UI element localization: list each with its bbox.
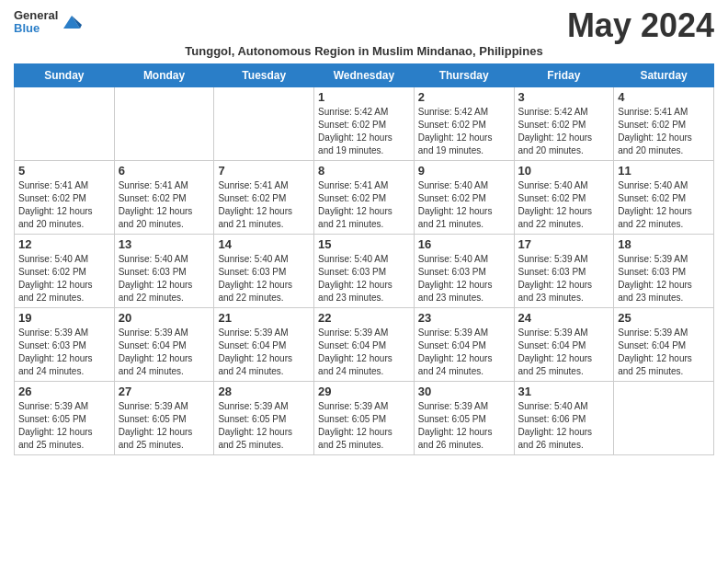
logo-icon — [62, 12, 82, 32]
logo-text-blue: Blue — [14, 22, 58, 35]
day-info: Sunrise: 5:39 AMSunset: 6:05 PMDaylight:… — [119, 400, 210, 452]
calendar-cell: 1Sunrise: 5:42 AMSunset: 6:02 PMDaylight… — [314, 87, 415, 161]
day-info: Sunrise: 5:40 AMSunset: 6:03 PMDaylight:… — [119, 253, 210, 304]
day-info: Sunrise: 5:42 AMSunset: 6:02 PMDaylight:… — [318, 106, 410, 157]
day-info: Sunrise: 5:40 AMSunset: 6:02 PMDaylight:… — [418, 179, 510, 231]
calendar-cell: 25Sunrise: 5:39 AMSunset: 6:04 PMDayligh… — [614, 308, 714, 382]
day-number: 5 — [18, 164, 110, 178]
day-info: Sunrise: 5:40 AMSunset: 6:03 PMDaylight:… — [218, 253, 310, 304]
calendar-cell: 8Sunrise: 5:41 AMSunset: 6:02 PMDaylight… — [314, 161, 415, 235]
day-number: 8 — [318, 164, 410, 178]
calendar-cell — [114, 87, 214, 161]
calendar-cell: 24Sunrise: 5:39 AMSunset: 6:04 PMDayligh… — [514, 308, 614, 382]
week-row-4: 19Sunrise: 5:39 AMSunset: 6:03 PMDayligh… — [15, 308, 714, 382]
day-number: 3 — [518, 90, 610, 104]
calendar-cell: 27Sunrise: 5:39 AMSunset: 6:05 PMDayligh… — [114, 382, 214, 455]
day-number: 22 — [318, 311, 410, 325]
calendar-cell: 2Sunrise: 5:42 AMSunset: 6:02 PMDaylight… — [414, 87, 514, 161]
day-info: Sunrise: 5:40 AMSunset: 6:02 PMDaylight:… — [618, 179, 710, 231]
column-header-sunday: Sunday — [15, 64, 115, 87]
day-number: 11 — [618, 164, 710, 178]
calendar-cell: 3Sunrise: 5:42 AMSunset: 6:02 PMDaylight… — [514, 87, 614, 161]
column-header-saturday: Saturday — [614, 64, 714, 87]
day-info: Sunrise: 5:41 AMSunset: 6:02 PMDaylight:… — [218, 179, 310, 231]
day-number: 12 — [18, 237, 110, 251]
day-number: 26 — [18, 385, 110, 398]
calendar-cell — [214, 87, 314, 161]
day-number: 21 — [218, 311, 310, 325]
calendar-cell: 15Sunrise: 5:40 AMSunset: 6:03 PMDayligh… — [314, 235, 415, 308]
day-info: Sunrise: 5:42 AMSunset: 6:02 PMDaylight:… — [518, 106, 610, 157]
calendar-header-row: SundayMondayTuesdayWednesdayThursdayFrid… — [15, 64, 714, 87]
day-number: 7 — [218, 164, 310, 178]
day-info: Sunrise: 5:39 AMSunset: 6:05 PMDaylight:… — [318, 400, 410, 452]
day-number: 31 — [518, 385, 610, 398]
column-header-wednesday: Wednesday — [314, 64, 415, 87]
calendar-cell: 31Sunrise: 5:40 AMSunset: 6:06 PMDayligh… — [514, 382, 614, 455]
day-info: Sunrise: 5:40 AMSunset: 6:06 PMDaylight:… — [518, 400, 610, 452]
calendar-cell: 4Sunrise: 5:41 AMSunset: 6:02 PMDaylight… — [614, 87, 714, 161]
day-number: 16 — [418, 237, 510, 251]
day-number: 17 — [518, 237, 610, 251]
day-number: 18 — [618, 237, 710, 251]
day-number: 30 — [418, 385, 510, 398]
calendar-cell: 28Sunrise: 5:39 AMSunset: 6:05 PMDayligh… — [214, 382, 314, 455]
day-info: Sunrise: 5:40 AMSunset: 6:03 PMDaylight:… — [318, 253, 410, 304]
day-number: 23 — [418, 311, 510, 325]
logo-text-general: General — [14, 9, 58, 22]
calendar-cell: 6Sunrise: 5:41 AMSunset: 6:02 PMDaylight… — [114, 161, 214, 235]
column-header-monday: Monday — [114, 64, 214, 87]
day-number: 15 — [318, 237, 410, 251]
day-info: Sunrise: 5:41 AMSunset: 6:02 PMDaylight:… — [618, 106, 710, 157]
logo: General Blue — [14, 9, 82, 36]
day-info: Sunrise: 5:39 AMSunset: 6:04 PMDaylight:… — [518, 327, 610, 378]
day-info: Sunrise: 5:39 AMSunset: 6:03 PMDaylight:… — [518, 253, 610, 304]
day-number: 19 — [18, 311, 110, 325]
calendar-cell: 11Sunrise: 5:40 AMSunset: 6:02 PMDayligh… — [614, 161, 714, 235]
calendar-cell: 30Sunrise: 5:39 AMSunset: 6:05 PMDayligh… — [414, 382, 514, 455]
day-number: 4 — [618, 90, 710, 104]
day-info: Sunrise: 5:39 AMSunset: 6:04 PMDaylight:… — [318, 327, 410, 378]
week-row-1: 1Sunrise: 5:42 AMSunset: 6:02 PMDaylight… — [15, 87, 714, 161]
calendar-cell: 22Sunrise: 5:39 AMSunset: 6:04 PMDayligh… — [314, 308, 415, 382]
calendar-subtitle: Tunggol, Autonomous Region in Muslim Min… — [14, 44, 714, 58]
day-info: Sunrise: 5:39 AMSunset: 6:03 PMDaylight:… — [618, 253, 710, 304]
column-header-tuesday: Tuesday — [214, 64, 314, 87]
calendar-cell: 19Sunrise: 5:39 AMSunset: 6:03 PMDayligh… — [15, 308, 115, 382]
day-number: 13 — [119, 237, 210, 251]
day-number: 9 — [418, 164, 510, 178]
calendar-cell: 5Sunrise: 5:41 AMSunset: 6:02 PMDaylight… — [15, 161, 115, 235]
day-info: Sunrise: 5:41 AMSunset: 6:02 PMDaylight:… — [18, 179, 110, 231]
day-number: 24 — [518, 311, 610, 325]
page-header: General Blue May 2024 — [14, 9, 714, 42]
month-title: May 2024 — [567, 9, 714, 42]
calendar-cell: 26Sunrise: 5:39 AMSunset: 6:05 PMDayligh… — [15, 382, 115, 455]
day-info: Sunrise: 5:39 AMSunset: 6:03 PMDaylight:… — [18, 327, 110, 378]
column-header-thursday: Thursday — [414, 64, 514, 87]
calendar-cell: 12Sunrise: 5:40 AMSunset: 6:02 PMDayligh… — [15, 235, 115, 308]
calendar-cell: 18Sunrise: 5:39 AMSunset: 6:03 PMDayligh… — [614, 235, 714, 308]
day-number: 28 — [218, 385, 310, 398]
calendar-cell: 21Sunrise: 5:39 AMSunset: 6:04 PMDayligh… — [214, 308, 314, 382]
day-number: 2 — [418, 90, 510, 104]
calendar-cell: 17Sunrise: 5:39 AMSunset: 6:03 PMDayligh… — [514, 235, 614, 308]
day-info: Sunrise: 5:39 AMSunset: 6:05 PMDaylight:… — [218, 400, 310, 452]
day-number: 29 — [318, 385, 410, 398]
day-info: Sunrise: 5:39 AMSunset: 6:05 PMDaylight:… — [418, 400, 510, 452]
day-number: 1 — [318, 90, 410, 104]
week-row-3: 12Sunrise: 5:40 AMSunset: 6:02 PMDayligh… — [15, 235, 714, 308]
day-info: Sunrise: 5:39 AMSunset: 6:05 PMDaylight:… — [18, 400, 110, 452]
day-number: 10 — [518, 164, 610, 178]
calendar-cell: 10Sunrise: 5:40 AMSunset: 6:02 PMDayligh… — [514, 161, 614, 235]
day-info: Sunrise: 5:39 AMSunset: 6:04 PMDaylight:… — [418, 327, 510, 378]
calendar-cell — [15, 87, 115, 161]
week-row-2: 5Sunrise: 5:41 AMSunset: 6:02 PMDaylight… — [15, 161, 714, 235]
day-info: Sunrise: 5:39 AMSunset: 6:04 PMDaylight:… — [618, 327, 710, 378]
calendar-cell: 16Sunrise: 5:40 AMSunset: 6:03 PMDayligh… — [414, 235, 514, 308]
day-info: Sunrise: 5:42 AMSunset: 6:02 PMDaylight:… — [418, 106, 510, 157]
day-info: Sunrise: 5:39 AMSunset: 6:04 PMDaylight:… — [119, 327, 210, 378]
calendar-cell — [614, 382, 714, 455]
day-info: Sunrise: 5:40 AMSunset: 6:02 PMDaylight:… — [18, 253, 110, 304]
calendar-table: SundayMondayTuesdayWednesdayThursdayFrid… — [14, 63, 714, 455]
calendar-cell: 13Sunrise: 5:40 AMSunset: 6:03 PMDayligh… — [114, 235, 214, 308]
